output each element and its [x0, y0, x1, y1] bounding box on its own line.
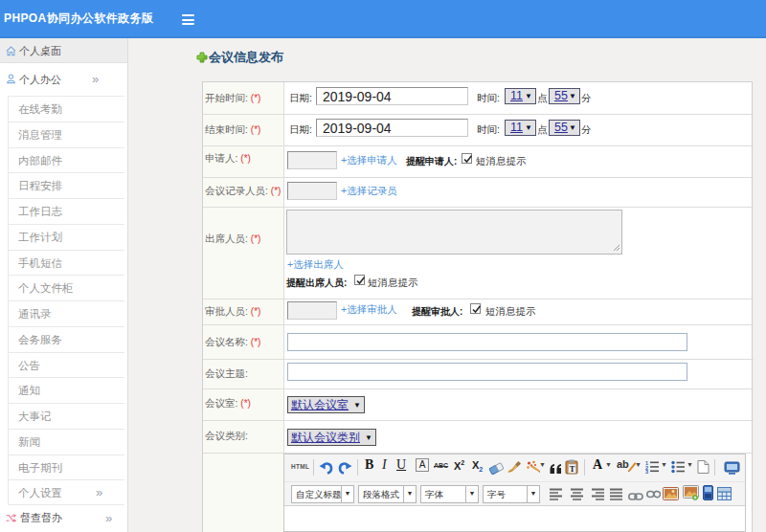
svg-text:3: 3 [645, 469, 648, 475]
svg-text:T: T [570, 464, 575, 474]
